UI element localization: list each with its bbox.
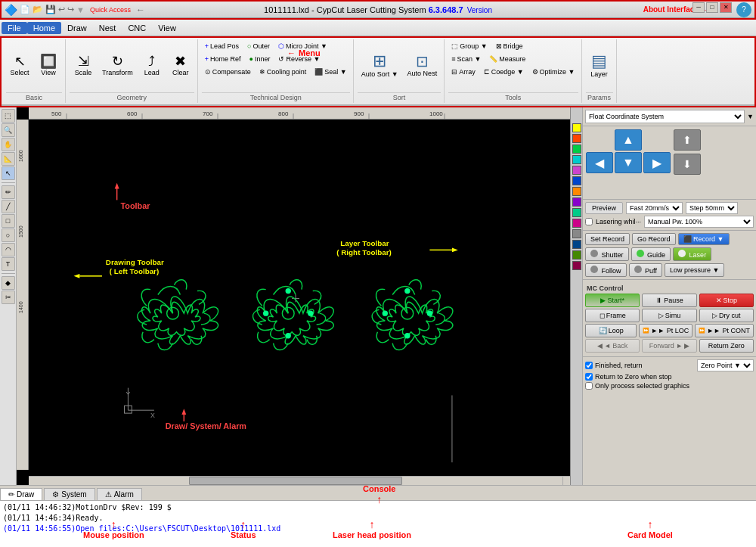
scale-button[interactable]: ⇲ Scale <box>70 45 97 87</box>
step-select[interactable]: Step 50mm <box>686 202 738 214</box>
layer-color-4[interactable] <box>572 166 581 175</box>
dropdown-icon[interactable]: ▼ <box>76 5 85 14</box>
transform-button[interactable]: ↻ Transform <box>98 45 137 87</box>
clear-button[interactable]: ✖ Clear <box>167 45 194 87</box>
tab-draw[interactable]: ✏ Draw <box>0 488 42 500</box>
canvas-content[interactable]: Y X <box>29 120 570 470</box>
group-button[interactable]: ⬚ Group ▼ <box>448 41 490 51</box>
pan-tool[interactable]: ✋ <box>2 138 15 151</box>
open-icon[interactable]: 📂 <box>33 5 43 14</box>
h-scrollbar[interactable] <box>29 476 562 485</box>
pencil-tool[interactable]: ✏ <box>2 185 15 199</box>
rect-tool[interactable]: □ <box>2 214 15 228</box>
bridge-button[interactable]: ⊠ Bridge <box>493 41 526 51</box>
outer-button[interactable]: ○ Outer <box>244 41 273 51</box>
view-button[interactable]: 🔲 View <box>35 45 62 87</box>
text-tool[interactable]: T <box>2 257 15 271</box>
menu-cnc[interactable]: CNC <box>122 22 152 34</box>
layer-color-8[interactable] <box>572 208 581 217</box>
array-button[interactable]: ⊟ Array <box>448 67 479 77</box>
new-icon[interactable]: 📄 <box>20 5 30 14</box>
dir-right-button[interactable]: ▶ <box>643 152 671 173</box>
loop-button[interactable]: 🔄 Loop <box>585 324 637 337</box>
lasering-checkbox[interactable] <box>585 218 593 225</box>
manual-select[interactable]: Manual Pw. 100% <box>644 216 754 228</box>
close-button[interactable]: ✕ <box>720 2 732 13</box>
arc-tool[interactable]: ◠ <box>2 243 15 256</box>
zoom-tool[interactable]: 🔍 <box>2 123 15 137</box>
layer-color-10[interactable] <box>572 229 581 238</box>
trim-tool[interactable]: ✂ <box>2 291 15 304</box>
auto-sort-button[interactable]: ⊞ Auto Sort ▼ <box>358 45 402 87</box>
low-pressure-button[interactable]: Low pressure ▼ <box>665 263 724 277</box>
guide-button[interactable]: Guide <box>631 247 671 261</box>
layer-color-11[interactable] <box>572 240 581 249</box>
compensate-button[interactable]: ⊙ Compensate <box>202 67 254 77</box>
save-icon[interactable]: 💾 <box>45 5 56 14</box>
menu-view[interactable]: View <box>152 22 182 34</box>
pt-loc-button[interactable]: ⏩ ►► Pt LOC <box>639 324 692 337</box>
puff-button[interactable]: Puff <box>629 263 662 277</box>
return-zero-checkbox[interactable] <box>585 373 593 381</box>
scan-button[interactable]: ≡ Scan ▼ <box>448 54 484 64</box>
dropdown-arrow-icon[interactable]: ▼ <box>747 113 754 120</box>
dir-down-button[interactable]: ▼ <box>615 152 642 173</box>
float-coord-select[interactable]: Float Coordinate System <box>585 110 745 123</box>
home-ref-button[interactable]: + Home Ref <box>202 54 244 64</box>
finished-return-checkbox[interactable] <box>585 362 593 369</box>
back-button[interactable]: ◀ ◄ Back <box>585 339 640 353</box>
lead-button[interactable]: ⤴ Lead <box>138 45 166 87</box>
coedge-button[interactable]: ⊏ Coedge ▼ <box>481 67 527 77</box>
shutter-button[interactable]: Shutter <box>585 247 629 261</box>
layer-button[interactable]: ▤ Layer <box>586 45 613 87</box>
fast-select[interactable]: Fast 20mm/s <box>626 202 683 214</box>
reverse-button[interactable]: ↺ Reverse ▼ <box>275 54 323 64</box>
pt-cont-button[interactable]: ⏩ ►► Pt CONT <box>695 324 754 337</box>
h-scroll-thumb[interactable] <box>189 477 402 485</box>
return-zero-button[interactable]: Return Zero <box>699 339 754 353</box>
maximize-button[interactable]: □ <box>706 2 718 13</box>
start-button[interactable]: ▶ Start* <box>585 294 640 307</box>
line-tool[interactable]: ╱ <box>2 200 15 213</box>
layer-color-6[interactable] <box>572 187 581 196</box>
stop-button[interactable]: ✕ Stop <box>699 294 754 307</box>
micro-joint-button[interactable]: ⬡ Micro Joint ▼ <box>275 41 330 51</box>
go-record-button[interactable]: Go Record <box>632 233 676 245</box>
optimize-button[interactable]: ⚙ Optimize ▼ <box>529 67 578 77</box>
measure-tool[interactable]: 📐 <box>2 152 15 166</box>
pointer-tool[interactable]: ↖ <box>2 166 15 180</box>
lasso-tool[interactable]: ⬚ <box>2 109 15 123</box>
tab-alarm[interactable]: ⚠ Alarm <box>97 488 142 500</box>
forward-button[interactable]: Forward ► ▶ <box>642 339 696 353</box>
laser-button[interactable]: Laser <box>673 247 711 261</box>
undo-icon[interactable]: ↩ <box>58 5 65 14</box>
layer-color-5[interactable] <box>572 176 581 185</box>
seal-button[interactable]: ⬛ Seal ▼ <box>311 67 349 77</box>
pause-button[interactable]: ⏸ Pause <box>642 294 696 307</box>
auto-nest-button[interactable]: ⊡ Auto Nest <box>404 45 442 87</box>
zero-point-select[interactable]: Zero Point ▼ <box>697 359 754 371</box>
layer-color-1[interactable] <box>572 134 581 143</box>
minimize-button[interactable]: ─ <box>692 2 705 13</box>
menu-nest[interactable]: Nest <box>93 22 122 34</box>
set-record-button[interactable]: Set Record <box>585 233 630 245</box>
special-down-button[interactable]: ⬇ <box>674 154 701 175</box>
lead-pos-button[interactable]: + Lead Pos <box>202 41 242 51</box>
dir-up-button[interactable]: ▲ <box>615 129 642 151</box>
layer-color-7[interactable] <box>572 197 581 207</box>
select-button[interactable]: ↖ Select <box>6 45 33 87</box>
tab-system[interactable]: ⚙ System <box>44 488 94 500</box>
menu-file[interactable]: File <box>2 22 27 34</box>
menu-home[interactable]: Home <box>27 22 61 34</box>
simu-button[interactable]: ▷ Simu <box>642 309 696 322</box>
app-icon[interactable]: 🔷 <box>5 4 17 16</box>
layer-color-9[interactable] <box>572 219 581 228</box>
follow-button[interactable]: Follow <box>585 263 627 277</box>
cooling-point-button[interactable]: ❄ Cooling point <box>256 67 310 77</box>
inner-button[interactable]: ● Inner <box>246 54 273 64</box>
layer-color-3[interactable] <box>572 155 581 164</box>
redo-icon[interactable]: ↪ <box>67 5 74 14</box>
only-process-checkbox[interactable] <box>585 382 593 390</box>
dir-left-button[interactable]: ◀ <box>586 152 613 173</box>
about-button[interactable]: ? <box>736 2 751 17</box>
